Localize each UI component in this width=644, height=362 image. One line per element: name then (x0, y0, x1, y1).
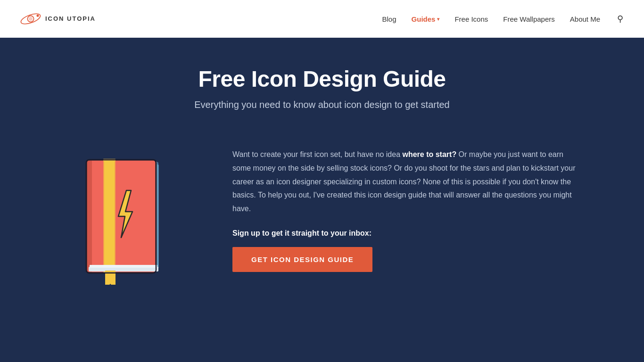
hero-bold-text: where to start? (402, 150, 456, 158)
svg-rect-8 (86, 160, 92, 273)
cta-button[interactable]: GET ICON DESIGN GUIDE (232, 247, 372, 272)
nav-guides[interactable]: Guides ▾ (412, 15, 440, 23)
svg-rect-16 (90, 265, 157, 268)
logo[interactable]: ICON UTOPIA (19, 7, 96, 31)
guides-arrow-icon: ▾ (437, 16, 439, 22)
hero-title: Free Icon Design Guide (198, 66, 446, 92)
nav-free-wallpapers[interactable]: Free Wallpapers (503, 15, 554, 23)
hero-body-text: Want to create your first icon set, but … (232, 148, 581, 216)
hero-subtitle: Everything you need to know about icon d… (194, 99, 449, 110)
nav-free-icons[interactable]: Free Icons (454, 15, 488, 23)
logo-text: ICON UTOPIA (45, 15, 96, 23)
search-icon: ⚲ (617, 14, 623, 24)
site-header: ICON UTOPIA Blog Guides ▾ Free Icons Fre… (0, 0, 644, 38)
svg-rect-13 (104, 160, 115, 273)
main-nav: Blog Guides ▾ Free Icons Free Wallpapers… (382, 12, 625, 26)
svg-point-2 (29, 17, 33, 21)
search-button[interactable]: ⚲ (615, 12, 625, 26)
nav-about-me[interactable]: About Me (570, 15, 600, 23)
hero-text-block: Want to create your first icon set, but … (232, 139, 581, 272)
book-illustration (63, 139, 195, 287)
hero-content: Want to create your first icon set, but … (63, 139, 581, 287)
svg-point-3 (37, 15, 39, 17)
nav-blog[interactable]: Blog (382, 15, 396, 23)
hero-section: Free Icon Design Guide Everything you ne… (0, 38, 644, 362)
signup-label: Sign up to get it straight to your inbox… (232, 229, 581, 238)
